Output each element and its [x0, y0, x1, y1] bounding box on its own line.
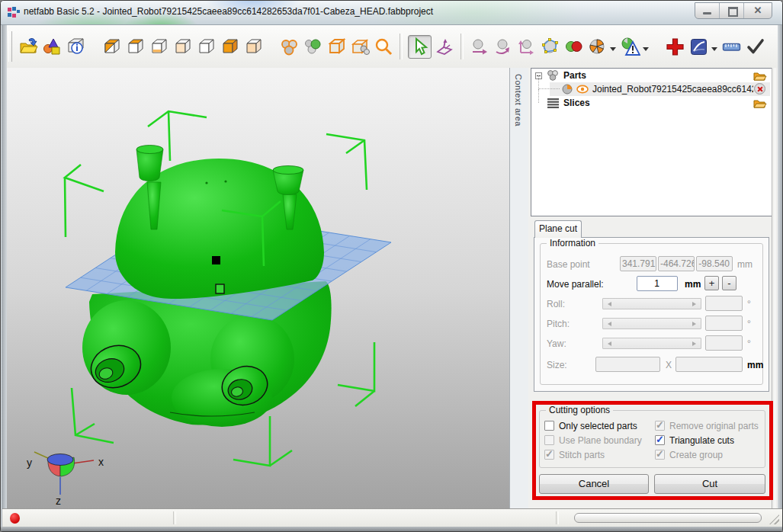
size-width-field: [595, 357, 660, 372]
main-toolbar: [7, 25, 778, 69]
close-button[interactable]: ✕: [744, 3, 772, 18]
tree-row-parts[interactable]: Parts: [531, 69, 772, 82]
view-back-icon[interactable]: [149, 37, 169, 57]
zoom-icon[interactable]: [374, 37, 394, 57]
checkbox-stitch-parts: Stitch parts: [544, 449, 651, 461]
plane-handle-front[interactable]: [216, 284, 224, 293]
maximize-button[interactable]: [720, 3, 744, 18]
window-frame-bottom: [1, 527, 782, 532]
viewport-3d[interactable]: x y z: [7, 68, 509, 508]
rotate-view-tool-icon[interactable]: [435, 37, 455, 57]
rotate-part-tool-icon[interactable]: [493, 37, 513, 57]
apply-icon[interactable]: [745, 37, 765, 57]
size-row: Size: X mm: [541, 357, 762, 373]
select-tool-button[interactable]: [408, 35, 432, 59]
size-label: Size:: [547, 360, 567, 370]
size-separator: X: [666, 360, 672, 370]
scale-part-tool-icon[interactable]: [516, 37, 537, 57]
status-divider: [173, 511, 176, 524]
checkbox-icon[interactable]: [655, 435, 665, 445]
cut-tool-dropdown[interactable]: [610, 47, 616, 54]
show-platform-icon[interactable]: [326, 37, 347, 57]
toolbar-grip[interactable]: [8, 31, 12, 62]
checkbox-icon: [655, 450, 665, 460]
axis-label-z: z: [56, 495, 61, 507]
repair-tool-dropdown[interactable]: [643, 47, 649, 54]
context-area-label: Context area: [514, 74, 523, 127]
edit-mesh-tool-icon[interactable]: [540, 37, 560, 57]
base-point-z-field: -98.540: [696, 256, 733, 271]
view-front-icon[interactable]: [125, 37, 146, 57]
base-point-y-field: -464.726: [658, 256, 695, 271]
view-left-icon[interactable]: [172, 37, 193, 57]
cut-button[interactable]: Cut: [654, 474, 765, 494]
size-unit: mm: [747, 360, 763, 370]
view-top-icon[interactable]: [220, 37, 240, 57]
yaw-field: [705, 335, 743, 351]
context-area-strip[interactable]: Context area: [509, 68, 528, 508]
part-info-icon[interactable]: [66, 37, 86, 57]
yaw-unit: °: [747, 338, 751, 349]
plane-cut-tool-dropdown[interactable]: [711, 47, 717, 54]
window-title: netfabb Basic 5.2 - Jointed_Robot7921542…: [24, 6, 433, 17]
information-legend: Information: [547, 238, 598, 248]
yaw-row: Yaw: °: [541, 335, 762, 352]
part-visibility-eye-icon[interactable]: [576, 85, 589, 94]
checkbox-triangulate-cuts[interactable]: Triangulate cuts: [655, 434, 765, 447]
parts-folder-icon[interactable]: [753, 70, 767, 81]
move-parallel-increase-button[interactable]: +: [704, 276, 719, 290]
roll-unit: °: [747, 299, 751, 309]
move-parallel-unit: mm: [685, 279, 701, 290]
roll-label: Roll:: [547, 299, 565, 309]
show-parts-on-platform-icon[interactable]: [350, 37, 371, 57]
cancel-button[interactable]: Cancel: [539, 474, 649, 494]
netfabb-logo: [8, 7, 20, 18]
parts-group-icon: [547, 70, 559, 81]
resize-grip[interactable]: [769, 514, 779, 524]
move-parallel-input[interactable]: 1: [637, 276, 678, 291]
view-right-icon[interactable]: [196, 37, 217, 57]
plane-handle-center[interactable]: [212, 256, 220, 264]
part-sphere-icon: [562, 84, 573, 95]
open-project-icon[interactable]: [18, 37, 39, 57]
slider-left-arrow-icon: [605, 302, 611, 306]
part-delete-icon[interactable]: [754, 83, 765, 95]
axis-label-x: x: [98, 456, 104, 468]
slices-group-label: Slices: [563, 98, 590, 108]
view-iso-icon[interactable]: [101, 37, 122, 57]
titlebar[interactable]: netfabb Basic 5.2 - Jointed_Robot7921542…: [1, 1, 782, 25]
checkbox-only-selected-parts[interactable]: Only selected parts: [544, 420, 651, 432]
checkbox-icon[interactable]: [544, 421, 554, 431]
tree-row-slices[interactable]: Slices: [531, 96, 772, 110]
select-cursor-icon: [409, 37, 430, 57]
close-icon: ✕: [744, 5, 772, 16]
window-frame-left: [2, 25, 7, 527]
plane-cut-tool-icon[interactable]: [688, 37, 709, 57]
cut-tool-icon[interactable]: [587, 37, 608, 57]
move-part-tool-icon[interactable]: [469, 37, 489, 57]
panel-groove: [772, 68, 775, 508]
view-bottom-icon[interactable]: [243, 37, 264, 57]
minimize-button[interactable]: [695, 3, 720, 18]
yaw-label: Yaw:: [547, 338, 566, 349]
show-all-parts-icon[interactable]: [279, 37, 300, 57]
move-parallel-label: Move parallel:: [547, 279, 604, 290]
boolean-tool-icon[interactable]: [563, 37, 584, 57]
base-point-label: Base point: [547, 259, 590, 270]
part-name-label: Jointed_Robot79215425caeea89cc614282653d: [592, 84, 753, 95]
add-part-icon[interactable]: [42, 37, 63, 57]
add-new-icon[interactable]: [665, 37, 685, 57]
repair-tool-icon[interactable]: [620, 37, 640, 57]
checkbox-create-group: Create group: [655, 449, 765, 461]
cutting-options-legend: Cutting options: [546, 405, 613, 415]
measure-tool-icon[interactable]: [721, 37, 742, 57]
status-progress-bar: [574, 513, 762, 523]
tree-row-part[interactable]: Jointed_Robot79215425caeea89cc614282653d: [531, 82, 772, 96]
slider-right-arrow-icon: [692, 302, 698, 306]
tab-plane-cut[interactable]: Plane cut: [534, 220, 582, 238]
move-parallel-decrease-button[interactable]: -: [722, 276, 736, 290]
highlight-part-icon[interactable]: [303, 37, 323, 57]
status-divider: [556, 511, 559, 524]
slices-folder-icon[interactable]: [753, 98, 767, 108]
status-indicator-icon: [10, 513, 20, 524]
